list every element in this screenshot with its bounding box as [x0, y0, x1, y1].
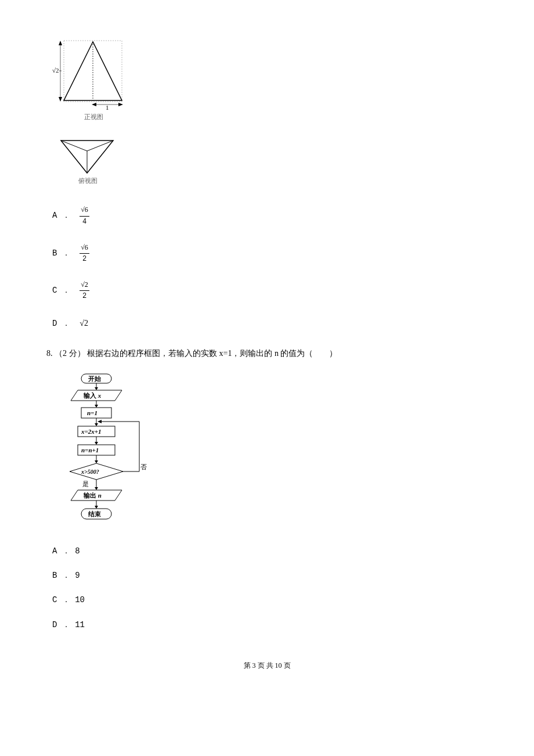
- svg-marker-47: [95, 506, 98, 509]
- option-label: A ．: [52, 546, 70, 556]
- numerator: √2: [80, 279, 89, 291]
- svg-marker-4: [59, 41, 62, 45]
- q7-top-view-figure: 俯视图: [55, 134, 488, 190]
- option-value: √2: [80, 319, 88, 327]
- option-value: 9: [75, 571, 80, 580]
- svg-text:开始: 开始: [88, 375, 102, 382]
- option-label: C ．: [52, 595, 70, 604]
- option-label: D ．: [52, 319, 70, 328]
- denominator: 4: [80, 217, 89, 228]
- option-value: 11: [75, 620, 85, 629]
- q7-option-d: D ． √2: [52, 317, 488, 330]
- svg-marker-29: [95, 442, 98, 445]
- option-label: A ．: [52, 211, 70, 221]
- height-label: √2: [52, 67, 59, 74]
- svg-text:是: 是: [82, 480, 89, 487]
- svg-text:n=1: n=1: [87, 409, 98, 416]
- svg-text:结束: 结束: [88, 510, 101, 517]
- svg-text:输出 n: 输出 n: [83, 492, 102, 499]
- q8-option-a: A ． 8: [52, 545, 488, 557]
- svg-marker-8: [92, 103, 96, 106]
- question-points: （2 分）: [55, 349, 85, 358]
- base-label: 1: [106, 104, 109, 111]
- q8-flowchart: 开始 输入 x n=1 x=2x+1 n=n+1 x>500? 否 是 输出 n: [58, 372, 488, 532]
- svg-text:x=2x+1: x=2x+1: [81, 428, 102, 435]
- svg-marker-5: [59, 97, 62, 102]
- option-label: B ．: [52, 249, 70, 258]
- svg-marker-33: [95, 460, 98, 463]
- q8-option-d: D ． 11: [52, 618, 488, 631]
- q8-stem: 8. （2 分） 根据右边的程序框图，若输入的实数 x=1，则输出的 n 的值为…: [46, 347, 488, 360]
- q7-option-a: A ． √6 4: [52, 204, 488, 227]
- svg-marker-21: [95, 405, 98, 408]
- fraction: √2 2: [80, 279, 89, 302]
- denominator: 2: [80, 291, 89, 302]
- denominator: 2: [80, 254, 89, 265]
- option-label: B ．: [52, 571, 70, 580]
- question-number: 8.: [46, 349, 53, 358]
- q7-option-b: B ． √6 2: [52, 242, 488, 265]
- q7-option-c: C ． √2 2: [52, 279, 488, 302]
- svg-text:n=n+1: n=n+1: [81, 447, 99, 453]
- option-label: D ．: [52, 620, 70, 629]
- svg-text:x>500?: x>500?: [81, 469, 99, 475]
- fraction: √6 4: [80, 204, 89, 227]
- svg-marker-43: [95, 487, 98, 490]
- page-footer: 第 3 页 共 10 页: [46, 660, 488, 671]
- q8-option-b: B ． 9: [52, 569, 488, 582]
- svg-text:输入 x: 输入 x: [83, 392, 102, 399]
- top-view-caption: 俯视图: [78, 177, 98, 184]
- fraction: √6 2: [80, 242, 89, 265]
- option-value: 10: [75, 595, 85, 604]
- q7-front-view-figure: √2 1 正视图: [52, 35, 488, 122]
- svg-marker-40: [98, 420, 102, 423]
- numerator: √6: [80, 242, 89, 254]
- svg-marker-25: [95, 423, 98, 426]
- q8-option-c: C ． 10: [52, 593, 488, 606]
- numerator: √6: [80, 204, 89, 216]
- svg-marker-17: [95, 387, 98, 390]
- question-text: 根据右边的程序框图，若输入的实数 x=1，则输出的 n 的值为（ ）: [87, 349, 337, 358]
- svg-marker-9: [118, 103, 123, 106]
- option-value: 8: [75, 546, 80, 556]
- front-view-caption: 正视图: [84, 113, 103, 120]
- option-label: C ．: [52, 286, 70, 296]
- svg-text:否: 否: [140, 463, 147, 470]
